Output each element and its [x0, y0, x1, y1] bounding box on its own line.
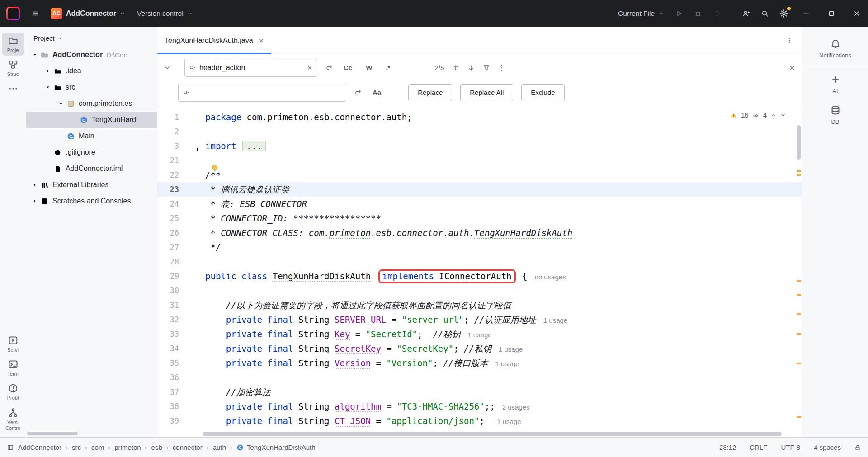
tree-item-tengxunhard[interactable]: CTengXunHard — [26, 112, 157, 128]
sidebar-item-version-control[interactable]: Versi Contro — [2, 405, 24, 433]
code-line[interactable]: 3import ... — [157, 139, 802, 153]
sidebar-item-more[interactable] — [2, 80, 24, 98]
chevron-right-icon[interactable] — [30, 198, 40, 204]
code-line[interactable]: 34 private final String SecretKey = "Sec… — [157, 341, 802, 356]
code-line[interactable]: 31 //以下为验证需要的字段，将通过此字段值获取界面配置的同名认证字段值 — [157, 298, 802, 312]
main-menu-button[interactable] — [27, 5, 43, 22]
chevron-right-icon[interactable] — [30, 182, 40, 188]
code-line[interactable]: 29public class TengXunHardDiskAuth imple… — [157, 269, 802, 283]
code-line[interactable]: 24 * 表: ESB_CONNECTOR — [157, 197, 802, 211]
horizontal-scrollbar[interactable] — [203, 432, 782, 436]
breadcrumb-item[interactable]: auth — [213, 443, 226, 451]
code-line[interactable]: 22/** — [157, 168, 802, 182]
tab-tengxunharddiskauth-java[interactable]: TengXunHardDiskAuth.java — [157, 27, 271, 54]
breadcrumb-item[interactable]: CTengXunHardDiskAuth — [236, 443, 316, 451]
code-line[interactable]: 26 * CONNECTOR_CLASS: com.primeton.esb.c… — [157, 226, 802, 240]
line-separator[interactable]: CRLF — [750, 443, 767, 451]
code-line[interactable]: 27 */ — [157, 240, 802, 254]
code-editor[interactable]: 1package com.primeton.esb.connector.auth… — [157, 108, 802, 437]
search-field[interactable] — [184, 59, 317, 77]
code-line[interactable]: 2 — [157, 124, 802, 139]
tree-item-gitignore[interactable]: .gitignore — [26, 144, 157, 160]
indent-style[interactable]: 4 spaces — [814, 443, 841, 451]
regex-toggle[interactable]: .* — [383, 62, 393, 73]
settings-button[interactable] — [776, 5, 792, 22]
previous-occurrence-icon[interactable] — [452, 64, 459, 71]
close-find-icon[interactable] — [788, 64, 796, 71]
tool-button-db[interactable]: DB — [802, 100, 868, 131]
lock-icon[interactable] — [854, 444, 861, 451]
collapse-replace-icon[interactable] — [164, 64, 171, 71]
tree-item-main[interactable]: CMain — [26, 128, 157, 144]
replace-input[interactable] — [193, 89, 341, 97]
code-line[interactable]: 1package com.primeton.esb.connector.auth… — [157, 110, 802, 124]
code-line[interactable]: 23 * 腾讯云硬盘认证类 — [157, 182, 802, 197]
code-line[interactable]: 33 private final String Key = "SecretId"… — [157, 327, 802, 341]
caret-position[interactable]: 23:12 — [719, 443, 736, 451]
filter-search-icon[interactable] — [483, 64, 490, 71]
chevron-down-icon[interactable] — [56, 101, 66, 106]
sidebar-item-problems[interactable]: Probl — [2, 380, 24, 403]
tree-item-addconnector-iml[interactable]: AddConnector.iml — [26, 160, 157, 177]
chevron-right-icon[interactable] — [43, 68, 53, 74]
code-with-me-button[interactable] — [738, 5, 754, 22]
tree-item-com-primeton-es[interactable]: com.primeton.es — [26, 95, 157, 112]
search-history-icon[interactable] — [189, 65, 196, 71]
breadcrumb-item[interactable]: connector — [173, 443, 203, 451]
run-button[interactable] — [671, 5, 687, 22]
sidebar-item-services[interactable]: Servi — [2, 332, 24, 355]
sidebar-item-structure[interactable]: Struc — [2, 57, 24, 80]
breadcrumb-item[interactable]: esb — [151, 443, 162, 451]
minimize-button[interactable] — [795, 0, 817, 27]
next-occurrence-icon[interactable] — [467, 64, 475, 71]
chevron-down-icon[interactable] — [43, 85, 53, 90]
code-line[interactable]: 32 private final String SERVER_URL = "se… — [157, 312, 802, 327]
breadcrumb-item[interactable]: src — [72, 443, 81, 451]
search-everywhere-button[interactable] — [757, 5, 773, 22]
code-line[interactable]: 35 private final String Version = "Versi… — [157, 356, 802, 370]
project-panel-title[interactable]: Project — [33, 34, 55, 42]
code-line[interactable]: 25 * CONNECTOR_ID: ***************** — [157, 211, 802, 226]
code-line[interactable]: 30 — [157, 283, 802, 298]
sidebar-item-project[interactable]: Proje — [2, 33, 24, 56]
sidebar-item-terminal[interactable]: Term — [2, 356, 24, 379]
replace-all-button[interactable]: Replace All — [460, 84, 513, 101]
breadcrumb-item[interactable]: AddConnector — [18, 443, 61, 451]
vcs-widget[interactable]: Version control — [132, 7, 197, 20]
code-line[interactable]: 28 — [157, 254, 802, 269]
run-config-selector[interactable]: Current File — [613, 7, 668, 20]
replace-history-icon[interactable] — [183, 90, 189, 96]
code-line[interactable]: 39 private final String CT_JSON = "appli… — [157, 414, 802, 428]
clear-search-icon[interactable] — [307, 65, 312, 71]
tab-close-icon[interactable] — [259, 38, 264, 43]
match-case-toggle[interactable]: Cc — [341, 62, 355, 73]
close-button[interactable] — [845, 0, 868, 27]
tool-button-ai[interactable]: AI — [802, 69, 868, 100]
chevron-down-icon[interactable] — [30, 52, 40, 57]
vertical-scrollbar[interactable] — [797, 125, 801, 160]
replace-button[interactable]: Replace — [408, 84, 452, 101]
inspections-widget[interactable]: 16 4 — [728, 110, 788, 120]
tree-item-addconnector[interactable]: AddConnectorD:\Coc — [26, 47, 157, 63]
search-options-icon[interactable] — [498, 64, 505, 71]
newline-icon[interactable] — [326, 64, 333, 71]
tree-item-src[interactable]: src — [26, 79, 157, 95]
tree-item-scratches-and-consoles[interactable]: Scratches and Consoles — [26, 193, 157, 209]
newline-icon[interactable] — [354, 89, 362, 96]
more-actions-button[interactable] — [709, 5, 725, 22]
preserve-case-toggle[interactable]: Āa — [370, 87, 384, 98]
horizontal-scrollbar[interactable] — [27, 432, 78, 435]
exclude-button[interactable]: Exclude — [521, 84, 564, 101]
breadcrumb-item[interactable]: com — [91, 443, 104, 451]
code-line[interactable]: 36 — [157, 370, 802, 385]
tab-options-icon[interactable] — [786, 37, 802, 44]
code-line[interactable]: 38 private final String algorithm = "TC3… — [157, 399, 802, 414]
file-encoding[interactable]: UTF-8 — [781, 443, 800, 451]
replace-field[interactable] — [178, 84, 346, 102]
breadcrumb-item[interactable]: primeton — [114, 443, 141, 451]
debug-button[interactable] — [690, 5, 706, 22]
tree-item-external-libraries[interactable]: External Libraries — [26, 177, 157, 193]
code-line[interactable]: 37 //加密算法 — [157, 385, 802, 399]
code-line[interactable]: 21 — [157, 153, 802, 168]
next-problem-icon[interactable] — [780, 113, 786, 118]
